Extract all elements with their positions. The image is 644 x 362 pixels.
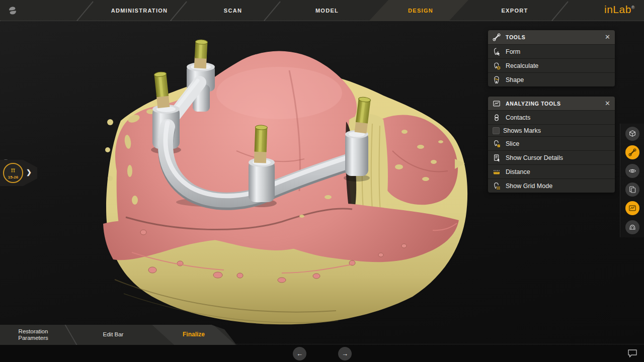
workflow-step-bar: Restoration Parameters Edit Bar Finalize: [0, 325, 236, 345]
analyzing-item-label: Show Cursor Details: [506, 154, 563, 161]
inlab-brand: inLab®: [604, 4, 635, 16]
analyzing-item-label: Shows Marks: [503, 127, 541, 134]
tool-item-form[interactable]: Form: [488, 44, 615, 58]
tool-item-label: Shape: [506, 76, 524, 83]
bar-restoration-icon: [9, 166, 17, 175]
tools-panel-title: TOOLS: [506, 34, 525, 40]
registered-mark: ®: [631, 5, 635, 10]
analyzing-item-label: Contacts: [506, 114, 530, 121]
jaw-view-button[interactable]: [625, 220, 639, 234]
analyzing-item-show-grid-mode[interactable]: Show Grid Mode: [488, 178, 615, 193]
cube-icon: [628, 129, 637, 138]
shows-marks-checkbox[interactable]: [493, 127, 500, 134]
step-restoration-parameters[interactable]: Restoration Parameters: [3, 325, 63, 345]
tab-separator: [551, 1, 568, 21]
restoration-range: 15-26: [8, 175, 18, 179]
dentsply-sirona-logo: [6, 4, 19, 17]
top-navigation-bar: ADMINISTRATION SCAN MODEL DESIGN EXPORT …: [0, 0, 644, 21]
tab-export[interactable]: EXPORT: [501, 0, 528, 21]
tools-panel-header: TOOLS ✕: [488, 30, 615, 44]
step-back-button[interactable]: ←: [293, 347, 306, 360]
cursor-details-icon: [492, 153, 501, 162]
viewport-bottom-seam: [236, 344, 644, 344]
jaw-icon: [628, 223, 637, 232]
analyzing-item-show-cursor-details[interactable]: Show Cursor Details: [488, 150, 615, 164]
implant-sleeve-back-left: [194, 39, 208, 68]
expand-panel-chevron[interactable]: ❯: [26, 168, 32, 176]
analysis-image-icon: [628, 204, 637, 213]
display-options-button[interactable]: [625, 164, 639, 178]
tab-separator: [264, 1, 280, 21]
forward-arrow-icon: →: [342, 350, 348, 357]
wrench-icon: [492, 33, 501, 42]
analyzing-item-label: Slice: [506, 140, 519, 147]
tool-item-label: Recalculate: [506, 62, 538, 69]
implant-sleeve-center: [254, 125, 268, 163]
analysis-image-icon: [492, 99, 501, 108]
analyzing-panel-header: ANALYZING TOOLS ✕: [488, 97, 615, 110]
analyzing-tools-button[interactable]: [625, 201, 639, 215]
tool-item-label: Form: [506, 48, 520, 55]
footer-strip: ← →: [0, 345, 644, 362]
documents-icon: [628, 185, 637, 194]
tool-item-recalculate[interactable]: Recalculate: [488, 58, 615, 72]
analyzing-tools-panel: ANALYZING TOOLS ✕ Contacts Shows Marks S…: [488, 97, 615, 193]
speech-bubble-icon[interactable]: [626, 348, 638, 358]
step-edit-bar[interactable]: Edit Bar: [83, 325, 143, 345]
inlab-design-screen: ADMINISTRATION SCAN MODEL DESIGN EXPORT …: [0, 0, 644, 362]
eye-icon: [628, 166, 637, 175]
analyzing-item-slice[interactable]: Slice: [488, 136, 615, 150]
analyzing-item-label: Distance: [506, 168, 530, 175]
step-separator: [64, 324, 77, 345]
analyzing-item-label: Show Grid Mode: [506, 183, 552, 190]
back-arrow-icon: ←: [296, 350, 303, 357]
tool-item-shape[interactable]: Shape: [488, 72, 615, 86]
tooth-cursor-icon: [492, 47, 501, 56]
tools-button[interactable]: [625, 145, 639, 159]
close-icon[interactable]: ✕: [605, 97, 610, 111]
documents-button[interactable]: [625, 183, 639, 197]
tab-administration[interactable]: ADMINISTRATION: [111, 0, 168, 21]
tools-panel: TOOLS ✕ Form Recalculate Shape: [488, 30, 615, 86]
tab-scan[interactable]: SCAN: [224, 0, 242, 21]
tab-separator: [170, 1, 187, 21]
tooth-grid-icon: [492, 182, 501, 191]
analyzing-item-contacts[interactable]: Contacts: [488, 110, 615, 124]
analyzing-item-distance[interactable]: Distance: [488, 164, 615, 178]
restoration-badge[interactable]: 15-26: [3, 163, 23, 183]
wrench-icon: [628, 148, 637, 157]
analyzing-item-shows-marks[interactable]: Shows Marks: [488, 124, 615, 136]
tab-separator: [76, 1, 93, 21]
tooth-slice-icon: [492, 139, 501, 148]
ruler-icon: [492, 167, 501, 176]
step-forward-button[interactable]: →: [338, 347, 352, 360]
tab-design[interactable]: DESIGN: [408, 0, 433, 21]
tooth-wave-icon: [492, 75, 501, 84]
tooth-gear-icon: [492, 61, 501, 70]
view-3d-button[interactable]: [625, 127, 639, 141]
close-icon[interactable]: ✕: [605, 30, 610, 44]
contacts-icon: [492, 113, 501, 122]
analyzing-panel-title: ANALYZING TOOLS: [506, 101, 561, 107]
step-finalize[interactable]: Finalize: [164, 325, 224, 345]
tab-model[interactable]: MODEL: [315, 0, 339, 21]
